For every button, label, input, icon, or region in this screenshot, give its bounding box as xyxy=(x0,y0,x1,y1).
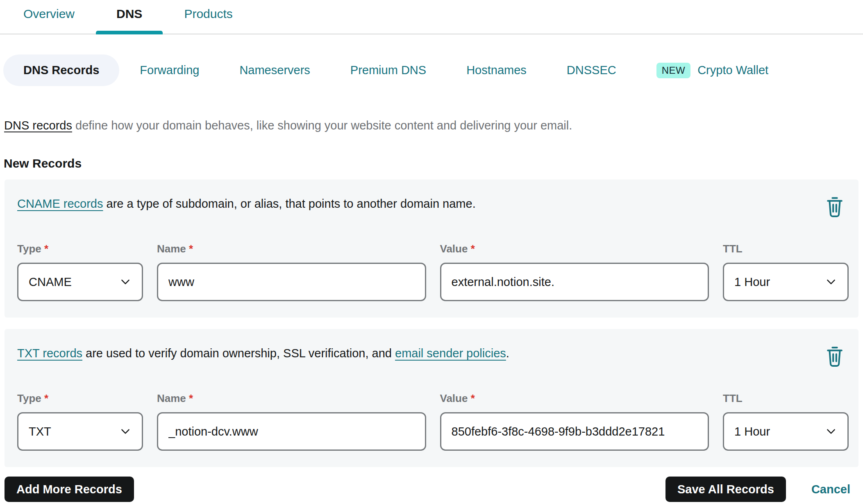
footer-actions: Add More Records Save All Records Cancel xyxy=(5,477,858,502)
tab-products[interactable]: Products xyxy=(184,7,232,34)
chevron-down-icon xyxy=(119,276,132,288)
tab-overview[interactable]: Overview xyxy=(23,7,75,34)
cname-name-input[interactable] xyxy=(168,275,415,289)
email-sender-policies-link[interactable]: email sender policies xyxy=(395,347,506,360)
txt-type-value: TXT xyxy=(29,425,51,438)
txt-description-text: are used to verify domain ownership, SSL… xyxy=(82,347,395,360)
type-label: Type * xyxy=(17,392,143,405)
cname-record-card: CNAME records are a type of subdomain, o… xyxy=(5,179,858,318)
trash-icon xyxy=(826,197,844,217)
subtab-premium-dns[interactable]: Premium DNS xyxy=(350,64,426,77)
required-asterisk: * xyxy=(44,392,48,404)
txt-type-field: Type * TXT xyxy=(17,392,143,451)
cname-description-text: are a type of subdomain, or alias, that … xyxy=(103,197,476,210)
txt-record-card: TXT records are used to verify domain ow… xyxy=(5,329,858,467)
required-asterisk: * xyxy=(44,243,48,255)
name-label: Name * xyxy=(157,243,426,255)
txt-name-field: Name * xyxy=(157,392,426,451)
dns-subtabs: DNS Records Forwarding Nameservers Premi… xyxy=(3,54,863,86)
txt-records-link[interactable]: TXT records xyxy=(17,347,82,360)
value-label: Value * xyxy=(440,392,709,405)
name-label: Name * xyxy=(157,392,426,405)
txt-value-input[interactable] xyxy=(452,425,698,438)
cname-type-field: Type * CNAME xyxy=(17,243,143,301)
required-asterisk: * xyxy=(189,243,193,255)
subtab-crypto-wallet[interactable]: NEW Crypto Wallet xyxy=(656,63,768,78)
subtab-nameservers[interactable]: Nameservers xyxy=(239,64,310,77)
cname-type-value: CNAME xyxy=(29,275,72,289)
new-badge: NEW xyxy=(656,63,691,78)
add-more-records-button[interactable]: Add More Records xyxy=(5,477,134,502)
value-label: Value * xyxy=(440,243,709,255)
trash-icon xyxy=(826,346,844,367)
domain-tabbar: Overview DNS Products xyxy=(0,0,863,34)
delete-cname-record-button[interactable] xyxy=(826,197,844,217)
tab-dns[interactable]: DNS xyxy=(116,7,142,34)
new-records-heading: New Records xyxy=(4,157,863,170)
txt-ttl-select[interactable]: 1 Hour xyxy=(723,412,849,451)
required-asterisk: * xyxy=(189,392,193,404)
cname-type-select[interactable]: CNAME xyxy=(17,263,143,301)
chevron-down-icon xyxy=(119,425,132,438)
dns-intro-text: define how your domain behaves, like sho… xyxy=(72,119,572,132)
cname-records-link[interactable]: CNAME records xyxy=(17,197,103,210)
chevron-down-icon xyxy=(825,276,837,288)
txt-ttl-value: 1 Hour xyxy=(734,425,770,438)
cname-value-input[interactable] xyxy=(452,275,698,289)
cname-ttl-value: 1 Hour xyxy=(734,275,770,289)
subtab-hostnames[interactable]: Hostnames xyxy=(466,64,527,77)
cname-ttl-select[interactable]: 1 Hour xyxy=(723,263,849,301)
txt-description-text2: . xyxy=(506,347,509,360)
required-asterisk: * xyxy=(471,392,475,404)
cname-name-field: Name * xyxy=(157,243,426,301)
txt-card-description: TXT records are used to verify domain ow… xyxy=(17,345,509,361)
required-asterisk: * xyxy=(471,243,475,255)
delete-txt-record-button[interactable] xyxy=(826,346,844,367)
dns-records-link[interactable]: DNS records xyxy=(4,119,72,132)
txt-ttl-field: TTL 1 Hour xyxy=(723,392,849,451)
txt-value-field: Value * xyxy=(440,392,709,451)
type-label: Type * xyxy=(17,243,143,255)
txt-name-input[interactable] xyxy=(168,425,415,438)
subtab-dnssec[interactable]: DNSSEC xyxy=(567,64,616,77)
cname-card-description: CNAME records are a type of subdomain, o… xyxy=(17,196,476,211)
subtab-crypto-wallet-label: Crypto Wallet xyxy=(697,64,768,77)
subtab-forwarding[interactable]: Forwarding xyxy=(140,64,199,77)
chevron-down-icon xyxy=(825,425,837,438)
cname-ttl-field: TTL 1 Hour xyxy=(723,243,849,301)
cname-value-field: Value * xyxy=(440,243,709,301)
txt-type-select[interactable]: TXT xyxy=(17,412,143,451)
subtab-dns-records[interactable]: DNS Records xyxy=(3,54,119,86)
ttl-label: TTL xyxy=(723,243,849,255)
dns-intro: DNS records define how your domain behav… xyxy=(4,118,863,133)
cancel-link[interactable]: Cancel xyxy=(811,483,850,496)
ttl-label: TTL xyxy=(723,392,849,405)
save-all-records-button[interactable]: Save All Records xyxy=(665,477,786,502)
